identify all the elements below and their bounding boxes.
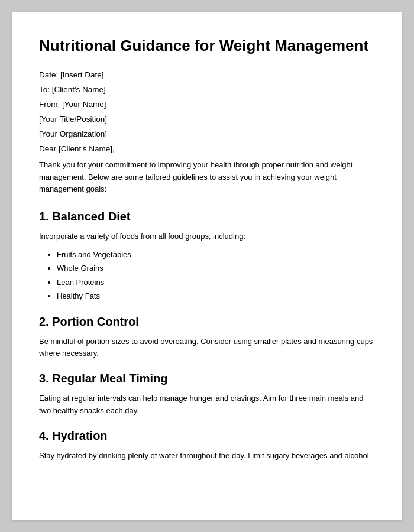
section-3-heading: 3. Regular Meal Timing xyxy=(39,372,375,385)
document-container: Nutritional Guidance for Weight Manageme… xyxy=(12,12,402,520)
to-line: To: [Client's Name] xyxy=(39,85,375,94)
section-1-heading: 1. Balanced Diet xyxy=(39,210,375,223)
section-4-body: Stay hydrated by drinking plenty of wate… xyxy=(39,450,375,462)
section-2-heading: 2. Portion Control xyxy=(39,315,375,329)
from-line: From: [Your Name] xyxy=(39,100,375,109)
sections-container: 1. Balanced DietIncorporate a variety of… xyxy=(39,210,375,462)
section-3: 3. Regular Meal TimingEating at regular … xyxy=(39,372,375,417)
date-line: Date: [Insert Date] xyxy=(39,70,375,79)
section-1-bullet-list: Fruits and VegetablesWhole GrainsLean Pr… xyxy=(57,248,375,303)
list-item: Lean Proteins xyxy=(57,275,375,289)
list-item: Whole Grains xyxy=(57,261,375,275)
intro-paragraph: Thank you for your commitment to improvi… xyxy=(39,159,375,196)
salutation-line: Dear [Client's Name], xyxy=(39,144,375,153)
list-item: Healthy Fats xyxy=(57,289,375,303)
section-1-body: Incorporate a variety of foods from all … xyxy=(39,231,375,243)
document-title: Nutritional Guidance for Weight Manageme… xyxy=(39,36,375,56)
title-position-line: [Your Title/Position] xyxy=(39,115,375,124)
section-4: 4. HydrationStay hydrated by drinking pl… xyxy=(39,429,375,462)
organization-line: [Your Organization] xyxy=(39,129,375,138)
list-item: Fruits and Vegetables xyxy=(57,248,375,261)
section-3-body: Eating at regular intervals can help man… xyxy=(39,392,375,417)
section-1: 1. Balanced DietIncorporate a variety of… xyxy=(39,210,375,303)
section-2-body: Be mindful of portion sizes to avoid ove… xyxy=(39,336,375,361)
section-4-heading: 4. Hydration xyxy=(39,429,375,443)
section-2: 2. Portion ControlBe mindful of portion … xyxy=(39,315,375,361)
